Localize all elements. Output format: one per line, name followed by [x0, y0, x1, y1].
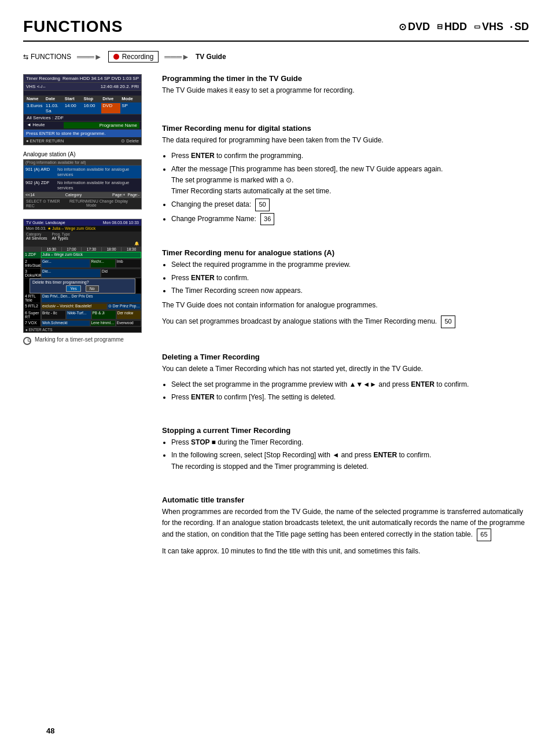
- analogue-row-2: 902 (A) ZDF No information available for…: [24, 179, 141, 192]
- ls-dialog: Delete this timer programming? Yes No: [30, 278, 135, 293]
- auto-title-body1: When programmes are recorded from the TV…: [162, 507, 529, 541]
- media-icons: ⊙ DVD ⊟ HDD ▭ VHS ▪ SD: [399, 21, 529, 33]
- timer-analogue-body2: You can set programmes broadcast by anal…: [162, 315, 529, 328]
- dvd-label: DVD: [408, 21, 430, 33]
- analogue-screen: (Prog information available for all) 901…: [23, 159, 142, 210]
- bullet-press-enter: Press ENTER to confirm.: [171, 273, 529, 284]
- screen1-subheader: VHS <-/-- 12:40:48 20.2. FRI: [24, 83, 141, 91]
- recording-badge: Recording: [108, 51, 159, 63]
- sd-label: SD: [514, 21, 529, 33]
- analogue-station-label: Analogue station (A): [23, 151, 150, 157]
- bullet-delete-2: Press ENTER to confirm [Yes]. The settin…: [171, 392, 529, 403]
- screen1-col-headers: Name Date Start Stop Drive Mode: [24, 96, 141, 102]
- bullet-delete-1: Select the set programme in the programm…: [171, 379, 529, 390]
- ref-50-changing: 50: [255, 199, 269, 211]
- page-number: 48: [46, 726, 54, 735]
- bullet-timer-rec-screen: The Timer Recording screen now appears.: [171, 285, 529, 296]
- right-column: Programming the timer in the TV Guide Th…: [162, 74, 529, 562]
- ls-channel-row-7: 7 VOX Woh.Schmeckt Lene himmlische Fami …: [24, 320, 141, 327]
- timer-digital-bullets: Press ENTER to confirm the programming. …: [171, 151, 529, 225]
- bullet-message: After the message [This programme has be…: [171, 164, 529, 197]
- marker-text: Marking for a timer-set programme: [35, 336, 124, 343]
- ls-channel-row-1: 1 ZDF Julia – Wege zum Glück: [24, 252, 141, 259]
- timer-analogue-body1: The TV Guide does not contain informatio…: [162, 300, 529, 311]
- timer-marker: Marking for a timer-set programme: [23, 336, 150, 345]
- breadcrumb-functions-label: FUNCTIONS: [31, 53, 71, 61]
- screen1-heute-row: ◄ Heute Programme Name: [24, 122, 141, 130]
- programming-heading: Programming the timer in the TV Guide: [162, 74, 529, 83]
- timer-analogue-bullets: Select the required programme in the pro…: [171, 259, 529, 296]
- ref-50-analogue: 50: [441, 315, 455, 328]
- ls-footer: ● ENTER ACTS: [24, 327, 141, 332]
- vhs-label: VHS: [482, 21, 503, 33]
- sd-icon: ▪ SD: [510, 21, 529, 33]
- stopping-heading: Stopping a current Timer Recording: [162, 426, 529, 435]
- hdd-icon: ⊟ HDD: [437, 21, 467, 33]
- analogue-footer: SELECT ⊙ TIMER REC RETURN MENU Change Di…: [24, 198, 141, 209]
- auto-title-heading: Automatic title transfer: [162, 496, 529, 504]
- landscape-screen: TV Guide: Landscape Mon 08.03.08 10:33 M…: [23, 219, 142, 333]
- breadcrumb-arrow: ═══►: [77, 52, 102, 61]
- ls-header: TV Guide: Landscape Mon 08.03.08 10:33: [24, 219, 141, 226]
- bullet-change-name: Change Programme Name: 36: [171, 213, 529, 226]
- tv-guide-label: TV Guide: [196, 53, 226, 61]
- breadcrumb-functions: ⇆ FUNCTIONS: [23, 53, 71, 61]
- analogue-row-1: 901 (A) ARD No information available for…: [24, 166, 141, 179]
- bullet-enter: Press ENTER to confirm the programming.: [171, 151, 529, 162]
- dvd-icon: ⊙ DVD: [399, 21, 430, 33]
- ls-channel-row-4: 4 RTL Tele Das Privl...Den... Der Prlv D…: [24, 293, 141, 303]
- bullet-stop-1: Press STOP ■ during the Timer Recording.: [171, 437, 529, 448]
- ls-filters: Category All Services Prog. Type All Typ…: [24, 232, 141, 241]
- ls-time-row: 16:30 17:00 17:30 18:00 18:30: [24, 247, 141, 252]
- timer-circle-icon: [23, 337, 31, 345]
- ls-no-button[interactable]: No: [86, 285, 99, 292]
- deleting-body: You can delete a Timer Recording which h…: [162, 364, 529, 375]
- ref-36-name: 36: [260, 213, 274, 226]
- ls-channel-row-2: 2 Info/3sat Ger... Rechr... Imb: [24, 259, 141, 269]
- screen1-service-row: All Services : ZDF: [24, 115, 141, 122]
- ls-channel-row-6: 6 Super RT Britz - 8c Nikki-Turf... PB &…: [24, 310, 141, 320]
- deleting-bullets: Select the set programme in the programm…: [171, 379, 529, 403]
- breadcrumb: ⇆ FUNCTIONS ═══► Recording ═══► TV Guide: [23, 51, 529, 63]
- timer-recording-screen: Timer Recording Remain HDD 34:14 SP DVD …: [23, 74, 142, 145]
- ls-yes-button[interactable]: Yes: [66, 285, 80, 292]
- bullet-changing: Changing the preset data: 50: [171, 199, 529, 211]
- screen1-header: Timer Recording Remain HDD 34:14 SP DVD …: [24, 75, 141, 83]
- deleting-heading: Deleting a Timer Recording: [162, 353, 529, 361]
- breadcrumb-arrow2: ═══►: [164, 52, 190, 61]
- page-header: FUNCTIONS ⊙ DVD ⊟ HDD ▭ VHS ▪ SD: [23, 17, 529, 42]
- bullet-select-prog: Select the required programme in the pro…: [171, 259, 529, 270]
- screen1-press-msg: Press ENTER to store the programme.: [24, 130, 141, 137]
- screen1-data-row: 3.Euros 11.03. Sa 14:00 16:00 DVD SP: [24, 102, 141, 115]
- recording-label: Recording: [122, 53, 154, 61]
- main-content: Timer Recording Remain HDD 34:14 SP DVD …: [23, 74, 529, 562]
- ls-channel-row-5: 5 RTL2 exclusiv – Vorsicht: Baustelle! ⊙…: [24, 303, 141, 310]
- bullet-stop-2: In the following screen, select [Stop Re…: [171, 450, 529, 472]
- vhs-icon: ▭ VHS: [474, 21, 503, 33]
- ls-channel-row-3: 3 Doku/KiK Die... Did: [24, 269, 141, 278]
- auto-title-body2: It can take approx. 10 minutes to find t…: [162, 546, 529, 557]
- page-title: FUNCTIONS: [23, 17, 123, 36]
- programming-body: The TV Guide makes it easy to set a prog…: [162, 85, 529, 96]
- left-column: Timer Recording Remain HDD 34:14 SP DVD …: [23, 74, 150, 562]
- stopping-bullets: Press STOP ■ during the Timer Recording.…: [171, 437, 529, 472]
- record-dot-icon: [113, 54, 119, 60]
- timer-digital-intro: The data required for programming have b…: [162, 135, 529, 146]
- timer-digital-heading: Timer Recording menu for digital station…: [162, 124, 529, 133]
- ref-65: 65: [477, 529, 491, 541]
- timer-analogue-heading: Timer Recording menu for analogue statio…: [162, 248, 529, 257]
- hdd-label: HDD: [444, 21, 467, 33]
- screen1-footer: ● ENTER RETURN ⊙ Delete: [24, 137, 141, 145]
